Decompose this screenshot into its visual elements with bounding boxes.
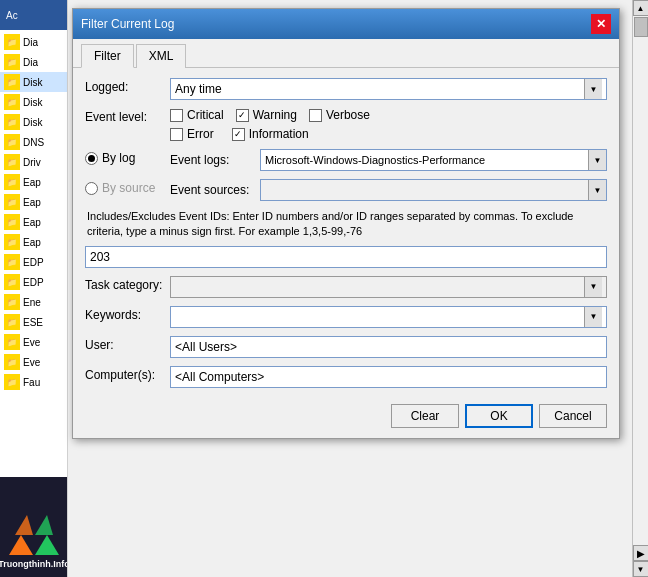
keywords-select[interactable]: ▼ (170, 306, 607, 328)
event-sources-dropdown-arrow[interactable]: ▼ (588, 180, 606, 200)
folder-icon: 📁 (4, 94, 20, 110)
list-item[interactable]: 📁 Disk (0, 112, 67, 132)
folder-icon: 📁 (4, 374, 20, 390)
by-source-radio[interactable] (85, 182, 98, 195)
dialog-titlebar[interactable]: Filter Current Log ✕ (73, 9, 619, 39)
folder-icon: 📁 (4, 354, 20, 370)
folder-icon: 📁 (4, 154, 20, 170)
event-sources-row: Event sources: ▼ (170, 179, 607, 201)
verbose-checkbox-item[interactable]: Verbose (309, 108, 370, 122)
ok-button[interactable]: OK (465, 404, 533, 428)
folder-icon: 📁 (4, 34, 20, 50)
warning-checkbox[interactable]: ✓ (236, 109, 249, 122)
list-item[interactable]: 📁 Disk (0, 92, 67, 112)
event-logs-select[interactable]: Microsoft-Windows-Diagnostics-Performanc… (260, 149, 607, 171)
clear-button[interactable]: Clear (391, 404, 459, 428)
list-item[interactable]: 📁 Eap (0, 172, 67, 192)
computer-input[interactable] (170, 366, 607, 388)
by-log-radio-item[interactable]: By log (85, 151, 170, 165)
sidebar-item-label: EDP (23, 277, 44, 288)
cancel-button[interactable]: Cancel (539, 404, 607, 428)
task-category-arrow[interactable]: ▼ (584, 277, 602, 297)
event-id-input[interactable] (85, 246, 607, 268)
list-item[interactable]: 📁 Driv (0, 152, 67, 172)
information-checkbox-item[interactable]: ✓ Information (232, 127, 309, 141)
error-checkbox-item[interactable]: Error (170, 127, 214, 141)
error-label: Error (187, 127, 214, 141)
event-level-row: Event level: Critical ✓ Warning (85, 108, 607, 141)
task-category-label: Task category: (85, 276, 170, 292)
warning-checkbox-item[interactable]: ✓ Warning (236, 108, 297, 122)
by-log-label: By log (102, 151, 135, 165)
folder-icon: 📁 (4, 334, 20, 350)
information-checkbox[interactable]: ✓ (232, 128, 245, 141)
sidebar-item-label: EDP (23, 257, 44, 268)
sidebar-item-label: Driv (23, 157, 41, 168)
event-sources-select[interactable]: ▼ (260, 179, 607, 201)
logged-value: Any time (175, 82, 584, 96)
folder-icon: 📁 (4, 234, 20, 250)
by-log-radio[interactable] (85, 152, 98, 165)
list-item[interactable]: 📁 Ene (0, 292, 67, 312)
verbose-checkbox[interactable] (309, 109, 322, 122)
folder-icon: 📁 (4, 274, 20, 290)
list-item[interactable]: 📁 ESE (0, 312, 67, 332)
event-sources-label: Event sources: (170, 183, 260, 197)
by-source-label: By source (102, 181, 155, 195)
list-item[interactable]: 📁 EDP (0, 272, 67, 292)
scroll-down-button[interactable]: ▼ (633, 561, 649, 577)
keywords-arrow[interactable]: ▼ (584, 307, 602, 327)
list-item[interactable]: 📁 Eve (0, 332, 67, 352)
keywords-field: ▼ (170, 306, 607, 328)
sidebar-item-label: Eap (23, 237, 41, 248)
list-item[interactable]: 📁 Eap (0, 232, 67, 252)
critical-checkbox[interactable] (170, 109, 183, 122)
user-field (170, 336, 607, 358)
scroll-up-button[interactable]: ▲ (633, 0, 649, 16)
verbose-label: Verbose (326, 108, 370, 122)
logged-select[interactable]: Any time ▼ (170, 78, 607, 100)
list-item[interactable]: 📁 Fau (0, 372, 67, 392)
logged-row: Logged: Any time ▼ (85, 78, 607, 100)
list-item[interactable]: 📁 Eap (0, 192, 67, 212)
tab-xml[interactable]: XML (136, 44, 187, 68)
radio-group: By log By source (85, 149, 170, 201)
expand-arrow-button[interactable]: ▶ (633, 545, 649, 561)
folder-icon: 📁 (4, 134, 20, 150)
folder-icon: 📁 (4, 54, 20, 70)
list-item[interactable]: 📁 DNS (0, 132, 67, 152)
folder-icon: 📁 (4, 194, 20, 210)
scrollbar-track[interactable] (633, 16, 648, 545)
error-checkbox[interactable] (170, 128, 183, 141)
logged-dropdown-arrow[interactable]: ▼ (584, 79, 602, 99)
sidebar-item-label: Disk (23, 97, 42, 108)
list-item[interactable]: 📁 Dia (0, 52, 67, 72)
event-logs-dropdown-arrow[interactable]: ▼ (588, 150, 606, 170)
sidebar-item-label: Dia (23, 57, 38, 68)
list-item[interactable]: 📁 EDP (0, 252, 67, 272)
tab-filter[interactable]: Filter (81, 44, 134, 68)
right-scrollbar[interactable]: ▲ ▶ ▼ (632, 0, 648, 577)
warning-label: Warning (253, 108, 297, 122)
scrollbar-thumb[interactable] (634, 17, 648, 37)
sidebar-item-label: Ene (23, 297, 41, 308)
buttons-row: Clear OK Cancel (85, 398, 607, 428)
sidebar-item-label: Eap (23, 177, 41, 188)
list-item[interactable]: 📁 Disk (0, 72, 67, 92)
svg-marker-1 (15, 515, 33, 535)
by-source-radio-item[interactable]: By source (85, 181, 170, 195)
task-category-select[interactable]: ▼ (170, 276, 607, 298)
list-item[interactable]: 📁 Eve (0, 352, 67, 372)
user-input[interactable] (170, 336, 607, 358)
log-source-section: By log By source Event logs: Microsoft-W… (85, 149, 607, 201)
critical-checkbox-item[interactable]: Critical (170, 108, 224, 122)
list-item[interactable]: 📁 Eap (0, 212, 67, 232)
sidebar-item-label: Disk (23, 117, 42, 128)
folder-icon: 📁 (4, 254, 20, 270)
watermark: Truongthinh.Info (0, 477, 68, 577)
sidebar-item-label: ESE (23, 317, 43, 328)
list-item[interactable]: 📁 Dia (0, 32, 67, 52)
event-level-field: Critical ✓ Warning Verbose (170, 108, 607, 141)
close-button[interactable]: ✕ (591, 14, 611, 34)
computer-label: Computer(s): (85, 366, 170, 382)
